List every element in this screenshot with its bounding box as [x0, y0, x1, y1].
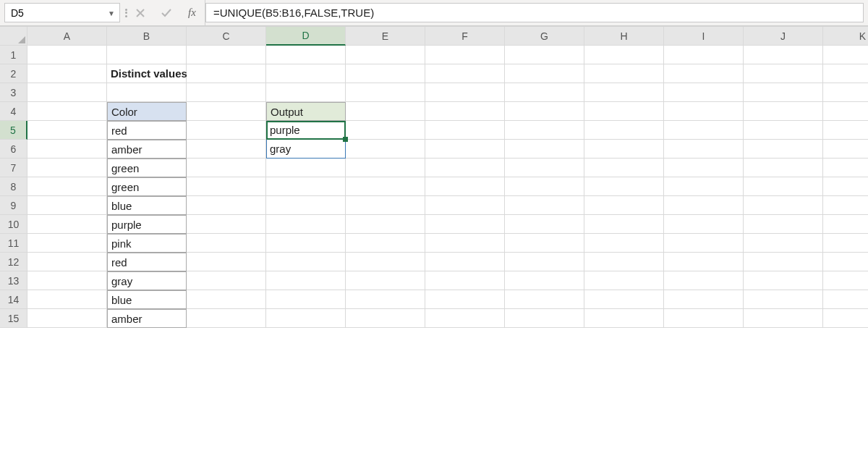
cell-E4[interactable]: [346, 102, 425, 121]
cell-H13[interactable]: [584, 271, 664, 290]
cell-K6[interactable]: [823, 140, 868, 159]
col-head-E[interactable]: E: [346, 27, 425, 46]
cell-F11[interactable]: [425, 234, 505, 253]
cell-G8[interactable]: [505, 177, 584, 196]
cell-I10[interactable]: [664, 215, 744, 234]
cell-D12[interactable]: [266, 253, 346, 271]
cell-J1[interactable]: [744, 46, 823, 64]
cell-B8[interactable]: green: [107, 177, 187, 196]
cell-C10[interactable]: [187, 215, 266, 234]
cell-B5[interactable]: red: [107, 121, 187, 140]
cell-B9[interactable]: blue: [107, 196, 187, 215]
cell-C1[interactable]: [187, 46, 266, 64]
cell-K11[interactable]: [823, 234, 868, 253]
cell-H3[interactable]: [584, 83, 664, 102]
cell-G14[interactable]: [505, 290, 584, 309]
cell-G1[interactable]: [505, 46, 584, 64]
cell-J10[interactable]: [744, 215, 823, 234]
cell-H2[interactable]: [584, 64, 664, 83]
cell-K15[interactable]: [823, 309, 868, 328]
cell-K9[interactable]: [823, 196, 868, 215]
cell-I13[interactable]: [664, 271, 744, 290]
row-head-15[interactable]: 15: [0, 309, 27, 328]
cell-F10[interactable]: [425, 215, 505, 234]
spreadsheet-grid[interactable]: A B C D E F G H I J K 1 2 Distinct value…: [0, 26, 868, 328]
cell-A3[interactable]: [27, 83, 107, 102]
cell-B7[interactable]: green: [107, 159, 187, 177]
cell-H12[interactable]: [584, 253, 664, 271]
cell-G9[interactable]: [505, 196, 584, 215]
cell-A11[interactable]: [27, 234, 107, 253]
cell-I14[interactable]: [664, 290, 744, 309]
cell-C2[interactable]: [187, 64, 266, 83]
cell-C5[interactable]: [187, 121, 266, 140]
cell-J5[interactable]: [744, 121, 823, 140]
cell-K8[interactable]: [823, 177, 868, 196]
cell-C12[interactable]: [187, 253, 266, 271]
cell-G5[interactable]: [505, 121, 584, 140]
col-head-G[interactable]: G: [505, 27, 584, 46]
cell-H11[interactable]: [584, 234, 664, 253]
row-head-9[interactable]: 9: [0, 196, 27, 215]
cell-G13[interactable]: [505, 271, 584, 290]
cell-F4[interactable]: [425, 102, 505, 121]
cell-B12[interactable]: red: [107, 253, 187, 271]
cell-E5[interactable]: [346, 121, 425, 140]
name-box[interactable]: D5 ▼: [4, 3, 120, 22]
cell-K1[interactable]: [823, 46, 868, 64]
cell-I5[interactable]: [664, 121, 744, 140]
cell-H10[interactable]: [584, 215, 664, 234]
cell-F3[interactable]: [425, 83, 505, 102]
row-head-6[interactable]: 6: [0, 140, 27, 159]
cell-J14[interactable]: [744, 290, 823, 309]
cell-A12[interactable]: [27, 253, 107, 271]
cell-D6[interactable]: gray: [266, 140, 346, 159]
cell-A8[interactable]: [27, 177, 107, 196]
cell-I11[interactable]: [664, 234, 744, 253]
cell-D8[interactable]: [266, 177, 346, 196]
col-head-B[interactable]: B: [107, 27, 187, 46]
cell-G4[interactable]: [505, 102, 584, 121]
cell-K2[interactable]: [823, 64, 868, 83]
cell-D5[interactable]: purple: [266, 121, 346, 140]
cell-D4[interactable]: Output: [266, 102, 346, 121]
cell-E8[interactable]: [346, 177, 425, 196]
cell-E6[interactable]: [346, 140, 425, 159]
cell-K14[interactable]: [823, 290, 868, 309]
cell-J2[interactable]: [744, 64, 823, 83]
row-head-4[interactable]: 4: [0, 102, 27, 121]
col-head-A[interactable]: A: [27, 27, 107, 46]
cell-D2[interactable]: [266, 64, 346, 83]
cell-A5[interactable]: [27, 121, 107, 140]
col-head-C[interactable]: C: [187, 27, 266, 46]
cell-C9[interactable]: [187, 196, 266, 215]
enter-button[interactable]: [153, 0, 179, 25]
cell-I1[interactable]: [664, 46, 744, 64]
cell-A9[interactable]: [27, 196, 107, 215]
cell-J9[interactable]: [744, 196, 823, 215]
cell-F13[interactable]: [425, 271, 505, 290]
cell-E3[interactable]: [346, 83, 425, 102]
row-head-2[interactable]: 2: [0, 64, 27, 83]
row-head-13[interactable]: 13: [0, 271, 27, 290]
cell-I8[interactable]: [664, 177, 744, 196]
cell-D11[interactable]: [266, 234, 346, 253]
cell-C11[interactable]: [187, 234, 266, 253]
cell-F2[interactable]: [425, 64, 505, 83]
cell-A13[interactable]: [27, 271, 107, 290]
cancel-button[interactable]: [127, 0, 153, 25]
cell-J7[interactable]: [744, 159, 823, 177]
cell-J13[interactable]: [744, 271, 823, 290]
cell-D15[interactable]: [266, 309, 346, 328]
cell-C3[interactable]: [187, 83, 266, 102]
row-head-7[interactable]: 7: [0, 159, 27, 177]
cell-H7[interactable]: [584, 159, 664, 177]
cell-J12[interactable]: [744, 253, 823, 271]
cell-F6[interactable]: [425, 140, 505, 159]
cell-K10[interactable]: [823, 215, 868, 234]
col-head-D[interactable]: D: [266, 27, 346, 46]
row-head-8[interactable]: 8: [0, 177, 27, 196]
cell-F1[interactable]: [425, 46, 505, 64]
cell-B4[interactable]: Color: [107, 102, 187, 121]
cell-D3[interactable]: [266, 83, 346, 102]
